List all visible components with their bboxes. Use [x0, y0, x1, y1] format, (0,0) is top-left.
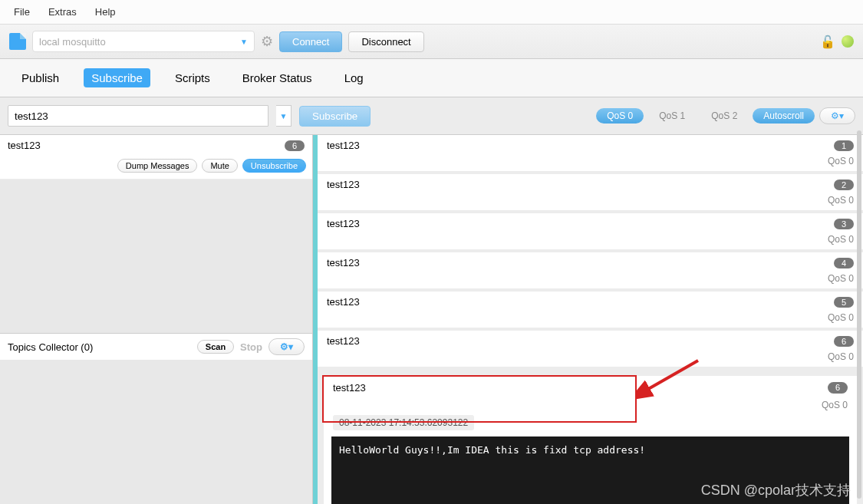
message-topic: test123 — [327, 179, 834, 190]
message-qos: QoS 0 — [318, 273, 863, 288]
message-qos: QoS 0 — [318, 351, 863, 367]
message-item[interactable]: test1231QoS 0 — [318, 135, 863, 174]
menu-extras[interactable]: Extras — [48, 6, 77, 18]
topic-dropdown-icon[interactable]: ▼ — [276, 105, 292, 127]
connection-status-dot — [842, 35, 854, 48]
message-num-badge: 3 — [834, 219, 854, 229]
message-topic: test123 — [327, 140, 834, 151]
subscriptions-empty-area — [0, 180, 312, 333]
subscription-name: test123 — [8, 140, 285, 151]
detail-timestamp: 08-11-2023 17:14:53.62093122 — [333, 415, 474, 430]
tab-log[interactable]: Log — [337, 68, 371, 87]
tab-scripts[interactable]: Scripts — [167, 68, 218, 87]
mute-button[interactable]: Mute — [202, 159, 237, 173]
collector-body — [0, 360, 312, 504]
payload-viewer[interactable]: HelloWorld Guys!!,Im IDEA this is fixd t… — [331, 436, 849, 504]
nav-tabs: Publish Subscribe Scripts Broker Status … — [0, 59, 863, 97]
detail-topic: test123 — [333, 382, 828, 394]
scrollbar[interactable] — [857, 130, 861, 499]
message-item[interactable]: test1236QoS 0 — [318, 331, 863, 370]
message-list[interactable]: test1231QoS 0test1232QoS 0test1233QoS 0t… — [318, 135, 863, 504]
subscription-count-badge: 6 — [285, 140, 305, 151]
detail-qos: QoS 0 — [324, 400, 857, 415]
menu-bar: File Extras Help — [0, 0, 863, 25]
tab-publish[interactable]: Publish — [14, 68, 67, 87]
stop-button[interactable]: Stop — [234, 341, 268, 353]
detail-num-badge: 6 — [828, 382, 848, 394]
message-num-badge: 4 — [834, 258, 854, 268]
tab-subscribe[interactable]: Subscribe — [84, 68, 150, 87]
topics-collector: Topics Collector (0) Scan Stop ⚙▾ — [0, 333, 312, 504]
message-qos: QoS 0 — [318, 156, 863, 171]
tab-broker-status[interactable]: Broker Status — [235, 68, 320, 87]
menu-help[interactable]: Help — [95, 6, 116, 18]
message-qos: QoS 0 — [318, 195, 863, 210]
new-connection-icon[interactable] — [9, 33, 26, 50]
connect-button[interactable]: Connect — [279, 31, 342, 52]
message-detail-panel: test1236QoS 008-11-2023 17:14:53.6209312… — [324, 376, 857, 504]
message-item[interactable]: test1234QoS 0 — [318, 252, 863, 292]
message-item[interactable]: test1233QoS 0 — [318, 213, 863, 252]
message-item[interactable]: test1235QoS 0 — [318, 292, 863, 331]
message-topic: test123 — [327, 335, 834, 347]
gear-icon[interactable]: ⚙ — [261, 33, 273, 50]
collector-settings-icon[interactable]: ⚙▾ — [268, 338, 305, 355]
subscribe-bar: ▼ Subscribe QoS 0 QoS 1 QoS 2 Autoscroll… — [0, 97, 863, 135]
broker-select[interactable]: local mosquitto ▼ — [32, 31, 255, 52]
settings-pill[interactable]: ⚙▾ — [819, 107, 855, 124]
autoscroll-pill[interactable]: Autoscroll — [753, 108, 815, 124]
message-num-badge: 5 — [834, 297, 854, 308]
main-area: test123 6 Dump Messages Mute Unsubscribe… — [0, 135, 863, 504]
subscription-item[interactable]: test123 6 Dump Messages Mute Unsubscribe — [0, 135, 312, 180]
message-qos: QoS 0 — [318, 234, 863, 249]
message-topic: test123 — [327, 257, 834, 268]
subscriptions-column: test123 6 Dump Messages Mute Unsubscribe… — [0, 135, 313, 504]
subscribe-button[interactable]: Subscribe — [299, 106, 371, 127]
dump-messages-button[interactable]: Dump Messages — [117, 159, 198, 173]
scan-button[interactable]: Scan — [197, 340, 234, 354]
message-num-badge: 1 — [834, 140, 854, 151]
message-item[interactable]: test1232QoS 0 — [318, 174, 863, 213]
collector-title: Topics Collector (0) — [8, 341, 197, 353]
message-topic: test123 — [327, 296, 834, 308]
toolbar: local mosquitto ▼ ⚙ Connect Disconnect 🔓 — [0, 25, 863, 59]
message-qos: QoS 0 — [318, 312, 863, 328]
message-num-badge: 2 — [834, 180, 854, 190]
qos2-pill[interactable]: QoS 2 — [700, 108, 748, 124]
messages-column: test1231QoS 0test1232QoS 0test1233QoS 0t… — [313, 135, 863, 504]
message-topic: test123 — [327, 218, 834, 229]
message-num-badge: 6 — [834, 336, 854, 347]
unsubscribe-button[interactable]: Unsubscribe — [242, 159, 306, 173]
qos0-pill[interactable]: QoS 0 — [596, 108, 644, 124]
unlock-icon[interactable]: 🔓 — [820, 35, 835, 49]
chevron-down-icon: ▼ — [240, 38, 248, 46]
broker-select-value: local mosquitto — [39, 36, 106, 48]
topic-input[interactable] — [8, 105, 268, 127]
qos1-pill[interactable]: QoS 1 — [648, 108, 696, 124]
disconnect-button[interactable]: Disconnect — [348, 31, 423, 52]
menu-file[interactable]: File — [14, 6, 30, 18]
